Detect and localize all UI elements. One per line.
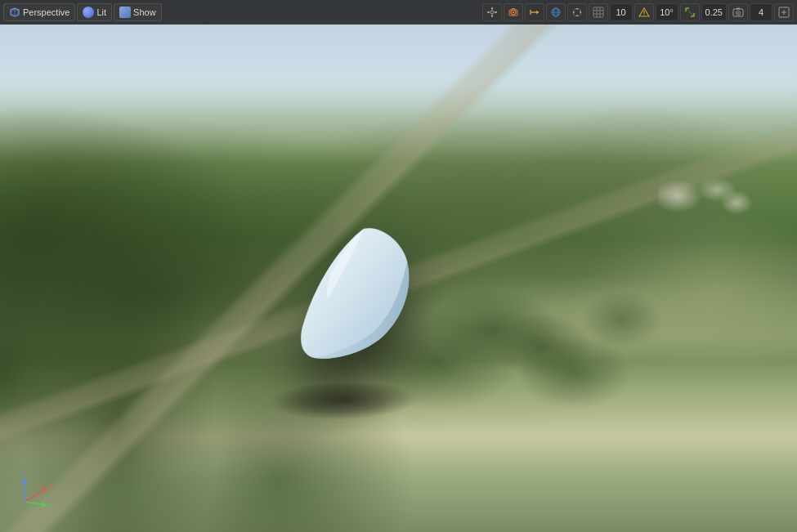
svg-rect-45 xyxy=(737,8,740,10)
svg-point-47 xyxy=(737,12,739,14)
screenshot-icon-btn[interactable] xyxy=(728,3,748,21)
arrow-icon xyxy=(529,7,540,18)
globe-icon xyxy=(550,7,562,18)
axis-indicator: X Y Z xyxy=(12,471,57,516)
lit-label: Lit xyxy=(96,7,106,17)
svg-text:Z: Z xyxy=(20,472,25,479)
maximize-icon xyxy=(778,7,790,18)
lit-icon xyxy=(83,7,94,18)
transform-icon-btn[interactable] xyxy=(567,3,587,21)
lit-button[interactable]: Lit xyxy=(77,3,112,21)
svg-line-43 xyxy=(687,9,693,16)
transform-icon xyxy=(571,7,583,18)
camera-icon xyxy=(508,7,519,18)
move-icon-btn[interactable] xyxy=(482,3,502,21)
toolbar-right: 10 10° xyxy=(482,3,794,21)
svg-marker-23 xyxy=(536,11,539,15)
expand-icon-btn[interactable] xyxy=(680,3,700,21)
screenshot-icon xyxy=(732,7,744,18)
svg-rect-31 xyxy=(593,7,603,17)
perspective-button[interactable]: Perspective xyxy=(3,3,75,21)
svg-marker-18 xyxy=(495,11,497,14)
snap-icon xyxy=(638,7,650,18)
camera-speed[interactable]: 4 xyxy=(750,3,772,21)
globe-icon-btn[interactable] xyxy=(546,3,566,21)
lock-icon-btn[interactable] xyxy=(525,3,544,21)
camera-icon-btn[interactable] xyxy=(504,3,523,21)
svg-line-0 xyxy=(25,489,47,502)
svg-marker-17 xyxy=(487,11,489,14)
grid-value[interactable]: 10 xyxy=(610,3,633,21)
expand-icon xyxy=(684,7,696,18)
perspective-label: Perspective xyxy=(23,7,69,17)
structures-overlay xyxy=(658,163,756,229)
scale-value[interactable]: 0.25 xyxy=(701,3,727,21)
perspective-icon xyxy=(9,7,20,18)
snap-icon-btn[interactable] xyxy=(634,3,654,21)
svg-point-38 xyxy=(643,15,645,16)
svg-marker-4 xyxy=(42,502,47,508)
move-icon xyxy=(486,7,498,18)
angle-value[interactable]: 10° xyxy=(656,3,678,21)
show-icon xyxy=(119,7,131,18)
svg-point-20 xyxy=(512,11,513,13)
grid-icon-btn[interactable] xyxy=(589,3,608,21)
svg-rect-30 xyxy=(574,9,580,16)
svg-marker-7 xyxy=(21,479,28,484)
viewport[interactable]: X Y Z Perspective xyxy=(0,0,797,532)
grid-icon xyxy=(593,7,604,18)
svg-text:X: X xyxy=(48,482,53,490)
svg-marker-16 xyxy=(490,16,493,17)
svg-marker-15 xyxy=(490,7,493,9)
toolbar: Perspective Lit Show xyxy=(0,0,797,25)
maximize-icon-btn[interactable] xyxy=(774,3,794,21)
show-label: Show xyxy=(133,7,156,17)
svg-point-10 xyxy=(490,11,494,14)
3d-object xyxy=(286,221,450,368)
show-button[interactable]: Show xyxy=(114,3,162,21)
svg-text:Y: Y xyxy=(48,502,53,509)
